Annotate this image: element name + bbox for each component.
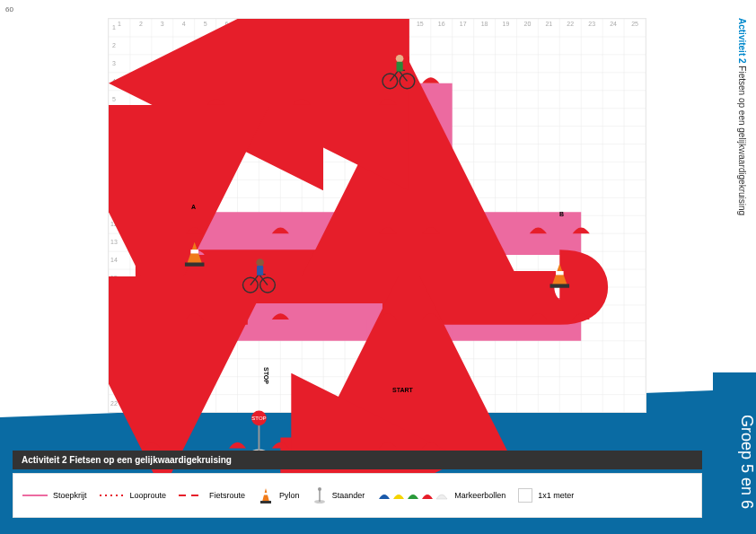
- side-activity: Activiteit 2: [737, 18, 747, 64]
- legend-pylon-label: Pylon: [279, 491, 300, 500]
- svg-rect-111: [185, 262, 205, 266]
- start-label: START: [392, 387, 413, 393]
- legend-staander: Staander: [312, 486, 365, 504]
- side-activity-title: Fietsen op een gelijkwaardigekruising: [737, 66, 747, 215]
- point-a-label: A: [191, 204, 196, 210]
- svg-rect-113: [550, 284, 570, 287]
- svg-rect-112: [190, 249, 198, 253]
- diagram-grid: 1234567891011121314151617181920212223242…: [108, 18, 646, 413]
- point-b-label: B: [559, 211, 564, 217]
- svg-rect-128: [264, 493, 268, 495]
- looproute-icon: [100, 495, 125, 496]
- legend-looproute-label: Looproute: [130, 491, 167, 500]
- scale-box-icon: [518, 488, 532, 503]
- svg-text:STOP: STOP: [251, 416, 266, 421]
- legend-markeerbollen-label: Markeerbollen: [454, 491, 505, 500]
- stoepkrijt-icon: [22, 495, 48, 496]
- legend-stoepkrijt-label: Stoepkrijt: [53, 491, 87, 500]
- legend-fietsroute-label: Fietsroute: [209, 491, 245, 500]
- fietsroute-icon: [179, 495, 204, 496]
- legend-scale-label: 1x1 meter: [538, 491, 574, 500]
- page-number: 60: [5, 5, 13, 13]
- side-group-label: Groep 5 en 6: [713, 372, 756, 534]
- side-header: Activiteit 2 Fietsen op een gelijkwaardi…: [737, 18, 747, 215]
- legend-stoepkrijt: Stoepkrijt: [22, 491, 87, 500]
- svg-rect-127: [260, 501, 271, 503]
- title-bar: Activiteit 2 Fietsen op een gelijkwaardi…: [13, 451, 702, 469]
- staander-icon: [312, 486, 327, 504]
- svg-rect-114: [556, 271, 564, 275]
- legend: Stoepkrijt Looproute Fietsroute Pylon St…: [13, 473, 702, 518]
- svg-point-131: [318, 487, 321, 491]
- legend-scale: 1x1 meter: [518, 488, 574, 503]
- legend-staander-label: Staander: [332, 491, 365, 500]
- legend-looproute: Looproute: [100, 491, 167, 500]
- svg-rect-122: [397, 62, 403, 72]
- legend-fietsroute: Fietsroute: [179, 491, 245, 500]
- svg-rect-126: [257, 266, 263, 276]
- pylon-icon: [258, 486, 274, 504]
- legend-pylon: Pylon: [258, 486, 300, 504]
- svg-point-125: [256, 258, 264, 267]
- stop-label: STOP: [263, 367, 269, 384]
- legend-markeerbollen: Markeerbollen: [377, 488, 505, 503]
- svg-point-121: [396, 55, 404, 63]
- route-diagram: STOP: [109, 19, 646, 491]
- markeerbollen-icon: [377, 488, 449, 503]
